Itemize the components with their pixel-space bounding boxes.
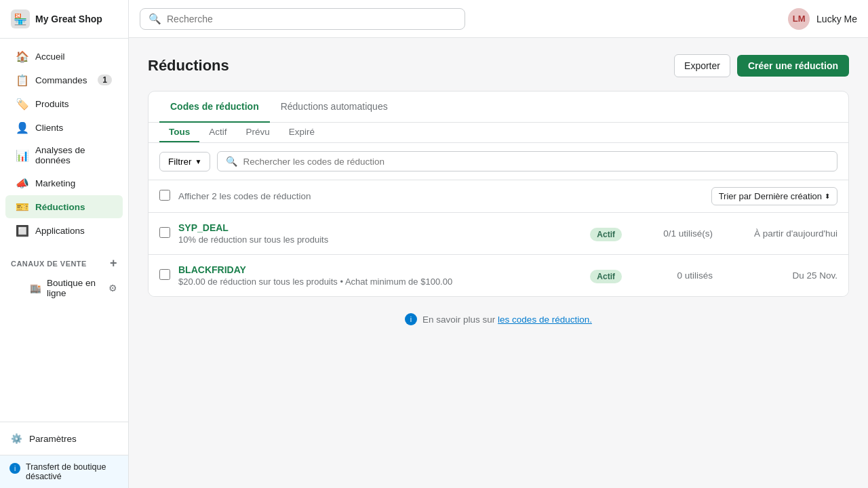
add-channel-button[interactable]: + <box>110 256 117 270</box>
logo-area[interactable]: 🏪 My Great Shop <box>0 0 128 39</box>
tab-pill-tous[interactable]: Tous <box>159 123 199 142</box>
main-wrapper: 🔍 LM Lucky Me Réductions Exporter Créer … <box>129 0 868 488</box>
search-icon: 🔍 <box>149 13 161 25</box>
sidebar-item-label: Produits <box>35 99 69 109</box>
parametres-label: Paramètres <box>29 434 77 444</box>
row-date-2: Du 25 Nov. <box>729 270 837 281</box>
row-info-1: SYP_DEAL 10% de réduction sur tous les p… <box>178 222 590 245</box>
reductions-icon: 🎫 <box>16 201 28 213</box>
sidebar-item-commandes[interactable]: 📋 Commandes 1 <box>5 68 123 92</box>
orders-icon: 📋 <box>16 74 28 86</box>
table-row[interactable]: BLACKFRIDAY $20.00 de réduction sur tous… <box>149 255 848 296</box>
sidebar-item-applications[interactable]: 🔲 Applications <box>5 219 123 242</box>
table-header: Afficher 2 les codes de réduction Trier … <box>149 180 848 213</box>
table-row[interactable]: SYP_DEAL 10% de réduction sur tous les p… <box>149 213 848 255</box>
transfer-notice: i Transfert de boutique désactivé <box>0 455 128 488</box>
export-button[interactable]: Exporter <box>674 54 730 77</box>
search-bar[interactable]: 🔍 <box>140 8 465 30</box>
table-count-label: Afficher 2 les codes de réduction <box>178 191 711 201</box>
sidebar: 🏪 My Great Shop 🏠 Accueil 📋 Commandes 1 … <box>0 0 129 488</box>
sidebar-nav: 🏠 Accueil 📋 Commandes 1 🏷️ Produits 👤 Cl… <box>0 39 128 248</box>
sidebar-item-boutique[interactable]: 🏬 Boutique en ligne ⚙ <box>0 273 128 303</box>
app-name: My Great Shop <box>35 14 102 24</box>
filter-actions: Filtrer ▼ 🔍 <box>159 151 837 171</box>
page-title: Réductions <box>148 57 229 75</box>
info-note-link[interactable]: les codes de réduction. <box>498 314 592 325</box>
products-icon: 🏷️ <box>16 98 28 110</box>
status-badge-1: Actif <box>590 228 622 241</box>
filter-button[interactable]: Filtrer ▼ <box>159 152 210 171</box>
row-check-1[interactable] <box>159 227 170 240</box>
main-content: Réductions Exporter Créer une réduction … <box>129 38 868 488</box>
create-reduction-button[interactable]: Créer une réduction <box>737 55 849 77</box>
page-header: Réductions Exporter Créer une réduction <box>148 54 849 77</box>
sidebar-item-reductions[interactable]: 🎫 Réductions <box>5 195 123 218</box>
sidebar-item-label: Clients <box>35 123 63 133</box>
transfer-info-icon: i <box>9 463 20 474</box>
row-date-1: À partir d'aujourd'hui <box>729 228 837 239</box>
tab-reductions-automatiques[interactable]: Réductions automatiques <box>270 92 399 123</box>
sort-chevron-icon: ⬍ <box>825 192 830 200</box>
info-note-text: En savoir plus sur les codes de réductio… <box>422 314 592 325</box>
row-usage-2: 0 utilisés <box>638 270 713 281</box>
topbar-right: LM Lucky Me <box>788 8 857 30</box>
select-all-checkbox[interactable] <box>159 190 170 201</box>
filter-pills-row: Tous Actif Prévu Expiré <box>149 123 848 143</box>
boutique-label: Boutique en ligne <box>47 278 103 298</box>
select-all-check[interactable] <box>159 190 170 203</box>
search-codes-input[interactable] <box>243 157 829 167</box>
user-name: Lucky Me <box>816 14 857 24</box>
sidebar-item-produits[interactable]: 🏷️ Produits <box>5 92 123 115</box>
transfer-text: Transfert de boutique désactivé <box>26 462 119 481</box>
app-logo-icon: 🏪 <box>11 9 30 28</box>
apps-icon: 🔲 <box>16 224 28 237</box>
orders-badge: 1 <box>98 75 112 85</box>
topbar: 🔍 LM Lucky Me <box>129 0 868 38</box>
tab-pill-expire[interactable]: Expiré <box>279 123 324 142</box>
search-codes-bar[interactable]: 🔍 <box>217 151 837 171</box>
search-codes-icon: 🔍 <box>226 156 237 167</box>
boutique-settings-icon[interactable]: ⚙ <box>108 283 117 293</box>
info-note-icon: i <box>405 313 417 325</box>
row-checkbox-2[interactable] <box>159 269 170 280</box>
row-checkbox-1[interactable] <box>159 227 170 238</box>
row-usage-1: 0/1 utilisé(s) <box>638 228 713 239</box>
row-status-2: Actif <box>590 270 622 281</box>
status-badge-2: Actif <box>590 270 622 283</box>
page-actions: Exporter Créer une réduction <box>674 54 849 77</box>
tab-pill-actif[interactable]: Actif <box>199 123 236 142</box>
sales-channels-label: CANAUX DE VENTE <box>11 260 87 268</box>
sales-channels-section: CANAUX DE VENTE + <box>0 248 128 273</box>
row-desc-2: $20.00 de réduction sur tous les produit… <box>178 277 590 287</box>
main-card: Codes de réduction Réductions automatiqu… <box>148 91 849 297</box>
sidebar-item-label: Applications <box>35 226 85 236</box>
sort-value: Dernière création <box>754 191 822 201</box>
info-note: i En savoir plus sur les codes de réduct… <box>148 297 849 342</box>
sidebar-item-clients[interactable]: 👤 Clients <box>5 116 123 139</box>
row-name-1: SYP_DEAL <box>178 222 590 233</box>
tab-pill-prevu[interactable]: Prévu <box>237 123 279 142</box>
tab-codes-reduction[interactable]: Codes de réduction <box>159 92 270 123</box>
sidebar-item-label: Commandes <box>35 75 87 85</box>
sidebar-item-label: Accueil <box>35 52 65 62</box>
boutique-icon: 🏬 <box>30 283 41 293</box>
row-name-2: BLACKFRIDAY <box>178 264 590 275</box>
clients-icon: 👤 <box>16 121 28 134</box>
sidebar-item-accueil[interactable]: 🏠 Accueil <box>5 45 123 68</box>
sidebar-item-parametres[interactable]: ⚙️ Paramètres <box>0 428 128 449</box>
chevron-down-icon: ▼ <box>195 158 202 165</box>
avatar: LM <box>788 8 810 30</box>
analytics-icon: 📊 <box>16 149 28 161</box>
sidebar-bottom: ⚙️ Paramètres <box>0 422 128 455</box>
sidebar-item-label: Marketing <box>35 178 75 188</box>
filter-row: Filtrer ▼ 🔍 <box>149 143 848 180</box>
sidebar-item-label: Réductions <box>35 202 85 212</box>
sidebar-item-marketing[interactable]: 📣 Marketing <box>5 171 123 195</box>
row-check-2[interactable] <box>159 269 170 282</box>
settings-icon: ⚙️ <box>11 433 22 444</box>
sort-button[interactable]: Trier par Dernière création ⬍ <box>711 187 837 205</box>
sidebar-item-analyses[interactable]: 📊 Analyses de données <box>5 140 123 171</box>
search-input[interactable] <box>167 14 456 24</box>
home-icon: 🏠 <box>16 50 28 62</box>
row-status-1: Actif <box>590 228 622 239</box>
